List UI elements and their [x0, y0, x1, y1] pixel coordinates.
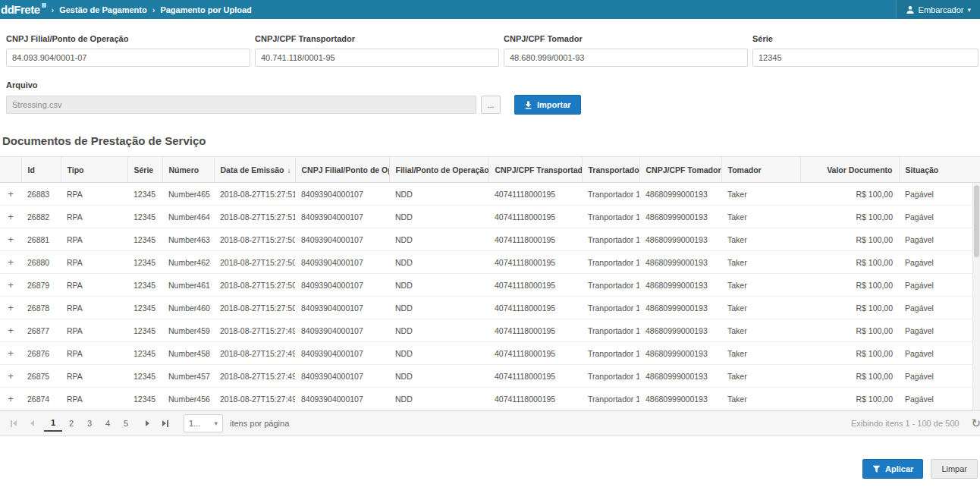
cell-emissao: 2018-08-27T15:27:50.477 — [214, 274, 295, 297]
breadcrumb-gestao-de-pagamento[interactable]: Gestão de Pagamento — [59, 5, 147, 14]
expand-row-icon[interactable]: + — [0, 188, 21, 200]
cell-valor: R$ 100,00 — [800, 319, 899, 342]
column-header-expand — [0, 157, 21, 183]
page-size-value: 1... — [189, 419, 200, 428]
cnpj-filial-input[interactable] — [6, 49, 250, 67]
cell-cnpj_tomador: 48680999000193 — [639, 365, 721, 388]
cell-emissao: 2018-08-27T15:27:49.36 — [214, 365, 295, 388]
serie-input[interactable] — [752, 49, 978, 67]
column-header-valor[interactable]: Valor Documento — [800, 157, 899, 183]
cell-cnpj_transportador: 40741118000195 — [488, 388, 582, 410]
table-row: +26883RPA12345Number4652018-08-27T15:27:… — [0, 183, 980, 206]
cell-tomador: Taker — [721, 251, 800, 274]
column-label: CNPJ Filial/Ponto de Operaç... — [302, 165, 390, 174]
refresh-icon[interactable]: ↻ — [971, 417, 980, 430]
cell-id: 26878 — [21, 297, 61, 319]
cell-tomador: Taker — [721, 206, 800, 228]
pager: 12345 1... ▾ itens por página Exibindo i… — [0, 410, 980, 436]
import-button[interactable]: Importar — [514, 95, 581, 115]
expand-row-icon[interactable]: + — [0, 302, 21, 313]
expand-row-icon[interactable]: + — [0, 325, 21, 336]
table-row: +26877RPA12345Number4592018-08-27T15:27:… — [0, 319, 980, 342]
column-header-numero[interactable]: Número — [162, 157, 214, 183]
cnpj-transportador-input[interactable] — [255, 49, 499, 67]
vertical-scrollbar[interactable] — [972, 183, 980, 410]
cell-serie: 12345 — [127, 365, 162, 388]
column-header-situacao[interactable]: Situação — [899, 157, 980, 183]
column-header-filial[interactable]: Filial/Ponto de Operação — [389, 157, 488, 183]
scrollbar-thumb[interactable] — [974, 185, 979, 257]
page-button-5[interactable]: 5 — [117, 414, 135, 432]
next-page-button[interactable] — [138, 414, 156, 432]
page-size-select[interactable]: 1... ▾ — [184, 414, 223, 432]
clear-button[interactable]: Limpar — [931, 459, 978, 479]
column-label: Tomador — [728, 165, 762, 174]
user-menu[interactable]: Embarcador ▾ — [896, 0, 980, 19]
cell-cnpj_filial: 84093904000107 — [295, 183, 389, 206]
cell-cnpj_filial: 84093904000107 — [295, 342, 389, 365]
cell-tipo: RPA — [61, 388, 127, 410]
cell-situacao: Pagável — [899, 251, 980, 274]
cell-cnpj_filial: 84093904000107 — [295, 206, 389, 228]
filter-icon — [872, 465, 881, 473]
previous-page-button[interactable] — [23, 414, 41, 432]
page-button-4[interactable]: 4 — [99, 414, 117, 432]
column-header-serie[interactable]: Série — [127, 157, 162, 183]
cell-tipo: RPA — [61, 274, 127, 297]
cell-cnpj_tomador: 48680999000193 — [639, 251, 721, 274]
cell-cnpj_tomador: 48680999000193 — [639, 342, 721, 365]
previous-page-icon — [30, 420, 34, 426]
column-header-transportador[interactable]: Transportador — [582, 157, 639, 183]
cell-tomador: Taker — [721, 342, 800, 365]
cell-cnpj_transportador: 40741118000195 — [488, 342, 582, 365]
column-label: Valor Documento — [827, 165, 892, 174]
filters-panel: CNPJ Filial/Ponto de Operação CNPJ/CPF T… — [0, 19, 980, 115]
expand-row-icon[interactable]: + — [0, 211, 21, 222]
chevron-down-icon: ▾ — [967, 6, 971, 14]
page-button-1[interactable]: 1 — [44, 415, 62, 432]
cell-cnpj_tomador: 48680999000193 — [639, 274, 721, 297]
page-button-3[interactable]: 3 — [80, 414, 99, 432]
cell-filial: NDD — [389, 274, 488, 297]
column-header-id[interactable]: Id — [21, 157, 61, 183]
cell-emissao: 2018-08-27T15:27:51.257 — [214, 206, 295, 228]
documents-table: IdTipoSérieNúmeroData de Emissão↓CNPJ Fi… — [0, 156, 980, 410]
cell-cnpj_transportador: 40741118000195 — [488, 206, 582, 228]
expand-row-icon[interactable]: + — [0, 234, 21, 245]
app-logo[interactable]: ddFrete — [0, 3, 46, 16]
column-header-cnpj_filial[interactable]: CNPJ Filial/Ponto de Operaç... — [295, 157, 389, 183]
expand-row-icon[interactable]: + — [0, 393, 21, 404]
column-header-cnpj_transportador[interactable]: CNPJ/CPF Transportador — [488, 157, 582, 183]
cell-cnpj_tomador: 48680999000193 — [639, 228, 721, 251]
expand-row-icon[interactable]: + — [0, 279, 21, 291]
column-label: Filial/Ponto de Operação — [396, 165, 489, 174]
first-page-button[interactable] — [5, 414, 23, 432]
column-header-tipo[interactable]: Tipo — [61, 157, 127, 183]
cell-tomador: Taker — [721, 319, 800, 342]
column-header-tomador[interactable]: Tomador — [721, 157, 800, 183]
expand-row-icon[interactable]: + — [0, 370, 21, 382]
cell-id: 26881 — [21, 228, 61, 251]
column-header-emissao[interactable]: Data de Emissão↓ — [214, 157, 295, 183]
apply-button[interactable]: Aplicar — [862, 459, 923, 479]
breadcrumb-separator-icon: › — [152, 5, 155, 14]
cell-id: 26877 — [21, 319, 61, 342]
cell-serie: 12345 — [127, 206, 162, 228]
cnpj-tomador-input[interactable] — [504, 49, 748, 67]
cell-filial: NDD — [389, 206, 488, 228]
expand-row-icon[interactable]: + — [0, 256, 21, 268]
footer-actions: Aplicar Limpar — [0, 436, 980, 479]
browse-file-button[interactable]: ... — [481, 96, 501, 114]
cnpj-tomador-label: CNPJ/CPF Tomador — [504, 34, 748, 43]
cell-cnpj_filial: 84093904000107 — [295, 274, 389, 297]
page-button-2[interactable]: 2 — [62, 414, 80, 432]
cell-tomador: Taker — [721, 274, 800, 297]
last-page-button[interactable] — [156, 414, 174, 432]
pager-pages: 12345 — [44, 414, 135, 432]
cell-tipo: RPA — [61, 183, 127, 206]
breadcrumb-pagamento-por-upload[interactable]: Pagamento por Upload — [160, 5, 251, 14]
expand-row-icon[interactable]: + — [0, 347, 21, 359]
cell-numero: Number465 — [162, 183, 214, 206]
cell-id: 26882 — [21, 206, 61, 228]
column-header-cnpj_tomador[interactable]: CNPJ/CPF Tomador — [639, 157, 721, 183]
